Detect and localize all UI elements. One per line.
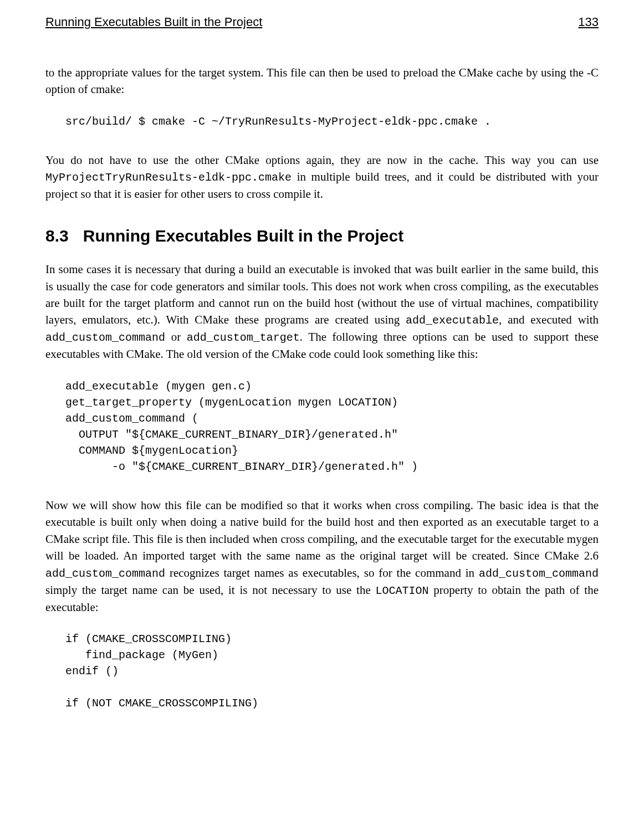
- code-block-if-crosscompiling: if (CMAKE_CROSSCOMPILING) find_package (…: [65, 631, 599, 711]
- inline-code-add-executable: add_executable: [406, 314, 499, 327]
- paragraph-modified: Now we will show how this file can be mo…: [45, 497, 599, 615]
- inline-code-location: LOCATION: [376, 584, 429, 597]
- paragraph-cross-compile: In some cases it is necessary that durin…: [45, 261, 599, 363]
- code-block-add-custom: add_executable (mygen gen.c) get_target_…: [65, 378, 599, 475]
- section-title: Running Executables Built in the Project: [83, 227, 403, 245]
- text-span: , and executed with: [499, 313, 599, 326]
- running-header-title: Running Executables Built in the Project: [45, 13, 262, 31]
- code-block-cmake-c: src/build/ $ cmake -C ~/TryRunResults-My…: [65, 114, 599, 130]
- inline-code-add-custom-target: add_custom_target: [187, 331, 300, 344]
- paragraph-cache: You do not have to use the other CMake o…: [45, 152, 599, 203]
- text-span: Now we will show how this file can be mo…: [45, 499, 599, 562]
- section-heading-8-3: 8.3Running Executables Built in the Proj…: [45, 224, 599, 248]
- page-number: 133: [578, 13, 599, 31]
- text-span: simply the target name can be used, it i…: [45, 583, 376, 597]
- inline-code-acc2: add_custom_command: [479, 567, 599, 580]
- page-header: Running Executables Built in the Project…: [45, 13, 599, 32]
- text-span: You do not have to use the other CMake o…: [45, 153, 599, 167]
- inline-code-add-custom-command: add_custom_command: [45, 331, 165, 344]
- inline-code-cmakefile: MyProjectTryRunResults-eldk-ppc.cmake: [45, 171, 292, 184]
- section-number: 8.3: [45, 224, 69, 248]
- text-span: or: [165, 330, 187, 343]
- paragraph-intro: to the appropriate values for the target…: [45, 64, 599, 98]
- inline-code-acc1: add_custom_command: [45, 567, 165, 580]
- text-span: recognizes target names as executables, …: [165, 566, 479, 579]
